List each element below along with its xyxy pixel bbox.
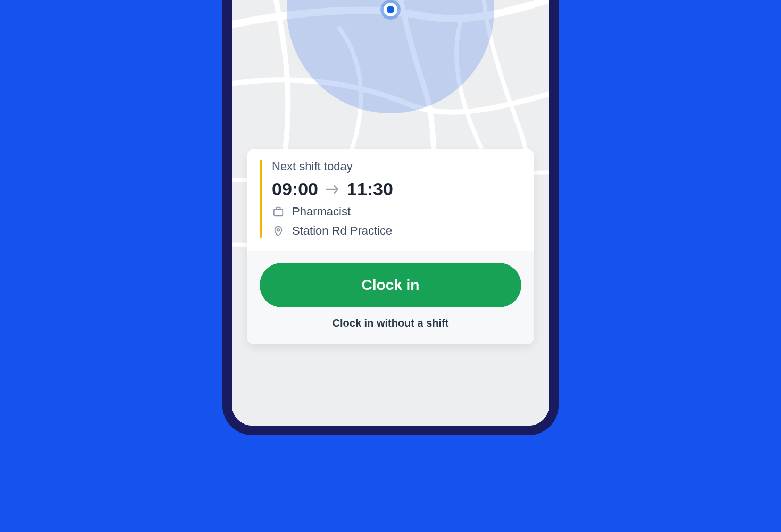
shift-info: Next shift today 09:00 11:30 Pharmacist <box>272 160 521 238</box>
shift-role-row: Pharmacist <box>272 205 521 219</box>
shift-summary: Next shift today 09:00 11:30 Pharmacist <box>247 149 534 251</box>
shift-accent-bar <box>260 160 262 238</box>
arrow-right-icon <box>326 184 339 195</box>
shift-label: Next shift today <box>272 160 521 173</box>
shift-location-row: Station Rd Practice <box>272 224 521 238</box>
svg-rect-1 <box>274 209 283 215</box>
shift-role: Pharmacist <box>292 205 351 219</box>
shift-location: Station Rd Practice <box>292 224 392 238</box>
clock-in-without-shift-button[interactable]: Clock in without a shift <box>333 317 449 329</box>
shift-card: Next shift today 09:00 11:30 Pharmacist <box>247 149 534 344</box>
phone-frame: Next shift today 09:00 11:30 Pharmacist <box>222 0 559 435</box>
card-actions: Clock in Clock in without a shift <box>247 251 534 344</box>
shift-end-time: 11:30 <box>347 179 393 200</box>
briefcase-icon <box>272 206 285 218</box>
shift-times: 09:00 11:30 <box>272 179 521 200</box>
current-location-dot <box>384 3 397 16</box>
shift-start-time: 09:00 <box>272 179 318 200</box>
map-pin-icon <box>272 225 285 237</box>
svg-point-2 <box>277 229 280 231</box>
app-screen: Next shift today 09:00 11:30 Pharmacist <box>232 0 549 426</box>
clock-in-button[interactable]: Clock in <box>260 263 521 307</box>
